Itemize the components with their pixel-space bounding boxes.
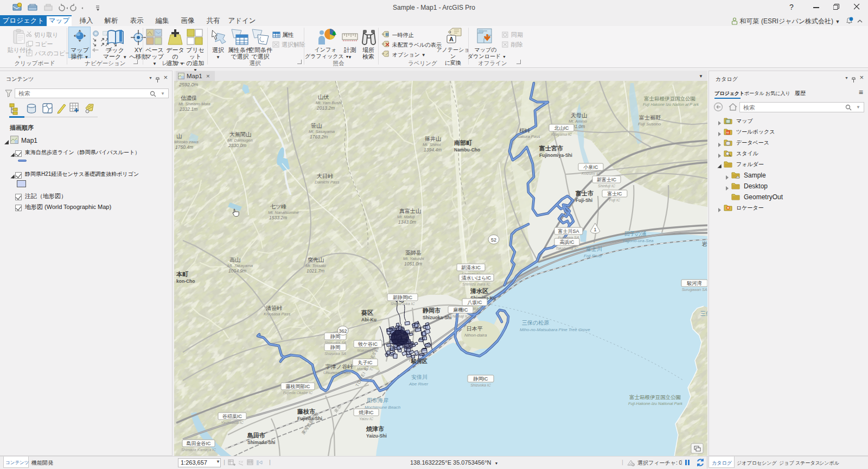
svg-text:Tagono-ura-Sea: Tagono-ura-Sea (622, 238, 654, 243)
svg-text:静岡IC: 静岡IC (473, 376, 489, 382)
svg-text:Kiyosasa Pass: Kiyosasa Pass (264, 312, 290, 316)
svg-text:1051.0m: 1051.0m (404, 261, 422, 267)
svg-text:Numaji IC: Numaji IC (452, 314, 470, 319)
svg-text:Kitayama IC: Kitayama IC (551, 132, 572, 137)
svg-text:1021.7m: 1021.7m (307, 268, 324, 274)
svg-text:Mt. Sasayama: Mt. Sasayama (309, 129, 335, 134)
svg-text:信濃俣: 信濃俣 (181, 95, 197, 101)
svg-text:南部町: 南部町 (454, 140, 473, 146)
svg-text:新富士IC: 新富士IC (597, 177, 617, 182)
svg-text:Nihon-daira: Nihon-daira (464, 333, 487, 338)
svg-text:宇津ノ谷峠: 宇津ノ谷峠 (326, 364, 353, 370)
svg-text:真富士山: 真富士山 (399, 208, 421, 214)
svg-text:富士川SA: 富士川SA (558, 229, 579, 234)
svg-text:焼津市: 焼津市 (366, 426, 384, 432)
svg-text:富士裾野: 富士裾野 (639, 115, 661, 121)
svg-text:焼津IC: 焼津IC (359, 410, 374, 415)
svg-text:山伏: 山伏 (318, 94, 329, 100)
svg-text:🌲: 🌲 (331, 30, 336, 36)
svg-text:新静岡IC: 新静岡IC (393, 295, 413, 300)
svg-text:三保の松原: 三保の松原 (522, 320, 549, 326)
svg-text:島田市: 島田市 (247, 432, 265, 439)
svg-text:丸子IC: 丸子IC (358, 360, 373, 365)
svg-text:52: 52 (491, 237, 496, 243)
svg-text:362: 362 (339, 328, 347, 334)
svg-text:Takahama IC: Takahama IC (556, 246, 578, 250)
svg-text:駿河区: 駿河区 (411, 358, 427, 364)
svg-text:Shinfuji IC: Shinfuji IC (598, 184, 616, 188)
svg-text:葵区: 葵区 (361, 309, 373, 316)
svg-text:富士川: 富士川 (586, 246, 602, 252)
svg-text:Yaizu IC: Yaizu IC (359, 417, 374, 421)
svg-text:三保の: 三保の (700, 310, 707, 316)
svg-text:2330.0m: 2330.0m (228, 143, 246, 148)
svg-text:Nambu-Cho: Nambu-Cho (454, 147, 480, 153)
svg-text:笹山: 笹山 (311, 123, 322, 129)
svg-text:Miho-no-Matsubara Pine Tree Gr: Miho-no-Matsubara Pine Tree Grove (520, 327, 590, 332)
svg-text:高山: 高山 (229, 257, 240, 263)
svg-text:大無間山: 大無間山 (229, 131, 251, 137)
svg-text:駿河湾: 駿河湾 (687, 281, 702, 286)
svg-text:田子の浦: 田子の浦 (624, 231, 646, 237)
svg-text:2332.1m: 2332.1m (179, 106, 197, 112)
svg-text:新清水IC: 新清水IC (461, 265, 481, 270)
svg-text:薬師岳: 薬師岳 (405, 250, 422, 256)
svg-text:Foji River: Foji River (584, 253, 602, 258)
svg-text:富士IC: 富士IC (608, 191, 623, 197)
svg-text:Yaizu-Shi: Yaizu-Shi (366, 433, 387, 439)
svg-text:Shimizu ihara IC: Shimizu ihara IC (462, 282, 490, 286)
svg-text:Yashinaba IC: Yashinaba IC (221, 421, 244, 424)
svg-text:八坂IC: 八坂IC (468, 300, 483, 305)
svg-text:Mariko IC: Mariko IC (357, 367, 374, 371)
svg-text:清笹峠: 清笹峠 (266, 305, 282, 311)
svg-text:1343.0m: 1343.0m (398, 219, 416, 225)
svg-text:Mt. Tossaki: Mt. Tossaki (305, 263, 326, 268)
svg-text:天母山: 天母山 (571, 112, 587, 118)
svg-text:Mt. Takayama: Mt. Takayama (227, 263, 253, 268)
svg-text:Abi-Ku: Abi-Ku (361, 317, 376, 322)
svg-text:Makigaya IC: Makigaya IC (358, 348, 379, 353)
svg-text:富士市: 富士市 (576, 190, 593, 197)
svg-text:高浜IC: 高浜IC (560, 239, 575, 245)
svg-text:藤枝岡部IC: 藤枝岡部IC (286, 384, 311, 389)
svg-text:Fuji Susono: Fuji Susono (638, 122, 661, 126)
svg-text:Mt. Shinoi: Mt. Shinoi (423, 142, 441, 147)
svg-text:Fujikawa SA: Fujikawa SA (558, 236, 579, 240)
svg-text:kon-Cho: kon-Cho (176, 278, 195, 284)
svg-text:富士宮市: 富士宮市 (539, 145, 563, 151)
svg-text:Mt. Yam Bushi: Mt. Yam Bushi (316, 100, 342, 105)
svg-text:山: 山 (176, 133, 182, 139)
svg-text:Fujieda Okabe IC: Fujieda Okabe IC (283, 391, 313, 395)
svg-text:Surugawan SA: Surugawan SA (682, 288, 707, 292)
svg-text:x:y: x:y (239, 460, 243, 463)
svg-text:Fuji IC: Fuji IC (609, 198, 621, 202)
svg-text:牧ケ谷IC: 牧ケ谷IC (358, 341, 378, 347)
svg-text:2013.2m: 2013.2m (316, 105, 335, 111)
svg-text:Fuji-Shi: Fuji-Shi (576, 198, 592, 203)
svg-text:Shimizuoka IC: Shimizuoka IC (390, 302, 415, 306)
svg-text:Koizumi IC: Koizumi IC (582, 172, 601, 175)
svg-text:kit: kit (726, 131, 730, 134)
svg-text:1763.2m: 1763.2m (310, 134, 328, 140)
svg-text:Shimada Kamaya IC: Shimada Kamaya IC (181, 448, 216, 452)
svg-text:Mt. Shinano Mata: Mt. Shinano Mata (178, 102, 210, 106)
svg-text:Shimada-Shi: Shimada-Shi (247, 440, 275, 445)
svg-text:Moroko zawa: Moroko zawa (174, 140, 199, 144)
svg-text:清水いはらIC: 清水いはらIC (461, 275, 492, 281)
svg-text:2592.0m: 2592.0m (178, 82, 199, 87)
svg-text:Abe River: Abe River (409, 382, 428, 386)
svg-text:Shizuoka-Shi: Shizuoka-Shi (423, 315, 451, 320)
svg-text:安倍川: 安倍川 (411, 374, 427, 380)
svg-text:Mt. Yakushi: Mt. Yakushi (403, 256, 424, 261)
svg-text:本町: 本町 (176, 271, 189, 277)
svg-text:Dainichi Pass: Dainichi Pass (315, 180, 340, 185)
svg-text:桜峠: 桜峠 (519, 128, 530, 134)
svg-text:谷稲葉IC: 谷稲葉IC (222, 414, 242, 419)
svg-text:静岡: 静岡 (330, 345, 340, 350)
svg-text:島田金谷IC: 島田金谷IC (187, 441, 212, 446)
svg-text:Fuji Hakone Izu Nation al P a: Fuji Hakone Izu Nation al P ark (643, 102, 699, 107)
svg-text:富士箱根伊豆国立公園: 富士箱根伊豆国立公園 (644, 96, 695, 102)
svg-text:日本平: 日本平 (467, 326, 483, 332)
svg-text:1533.2m: 1533.2m (269, 215, 287, 220)
svg-text:清水区: 清水区 (470, 288, 488, 294)
